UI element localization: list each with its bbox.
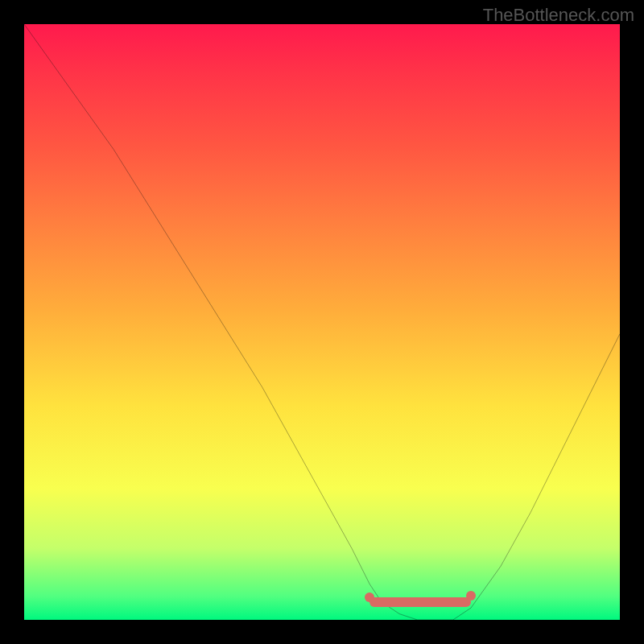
flat-region-dot-left	[365, 592, 374, 602]
curve-svg	[24, 24, 620, 620]
watermark-text: TheBottleneck.com	[483, 5, 634, 26]
flat-region-dot-right	[466, 591, 476, 601]
flat-region-marker	[369, 597, 471, 607]
plot-area	[24, 24, 620, 620]
bottleneck-curve	[24, 24, 620, 620]
